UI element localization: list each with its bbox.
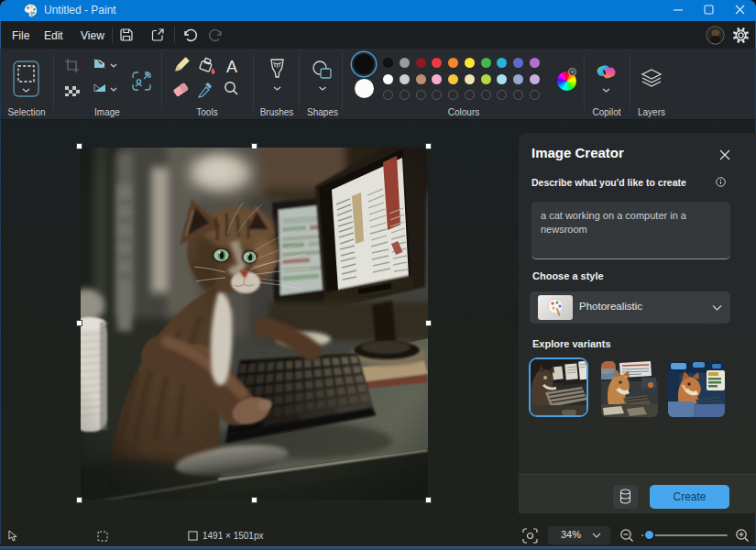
svg-text:A: A [226,58,237,76]
